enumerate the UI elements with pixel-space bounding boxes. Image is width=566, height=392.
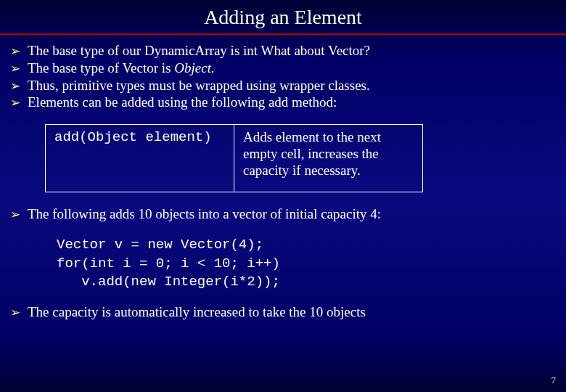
list-item: ➢ The following adds 10 objects into a v…: [10, 205, 556, 223]
list-item: ➢ The base type of Vector is Object.: [10, 60, 556, 77]
bullet-icon: ➢: [10, 44, 20, 59]
list-item: ➢ The capacity is automatically increase…: [10, 303, 556, 321]
code-block: Vector v = new Vector(4); for(int i = 0;…: [57, 236, 556, 292]
title-area: Adding an Element: [0, 0, 566, 32]
bullet-text: Elements can be added using the followin…: [28, 94, 337, 111]
bullet-list-bot: ➢ The capacity is automatically increase…: [10, 303, 556, 321]
bullet-text-part: The base type of Vector is: [28, 60, 174, 75]
bullet-list-top: ➢ The base type of our DynamicArray is i…: [10, 42, 556, 111]
list-item: ➢ The base type of our DynamicArray is i…: [10, 42, 556, 60]
method-signature-cell: add(Object element): [46, 125, 234, 192]
list-item: ➢ Thus, primitive types must be wrapped …: [10, 77, 556, 94]
page-title: Adding an Element: [0, 6, 566, 29]
bullet-list-mid: ➢ The following adds 10 objects into a v…: [10, 205, 556, 223]
bullet-icon: ➢: [10, 61, 20, 76]
bullet-text: The base type of Vector is Object.: [28, 60, 215, 77]
title-underline: [0, 33, 566, 35]
bullet-icon: ➢: [10, 78, 20, 94]
bullet-icon: ➢: [10, 207, 20, 222]
bullet-text: The following adds 10 objects into a vec…: [28, 205, 381, 223]
method-table-wrap: add(Object element) Adds element to the …: [45, 124, 556, 192]
bullet-text: The base type of our DynamicArray is int…: [28, 42, 370, 60]
bullet-icon: ➢: [10, 305, 20, 320]
bullet-text: The capacity is automatically increased …: [28, 303, 366, 321]
italic-object: Object.: [174, 60, 214, 75]
page-number: 7: [551, 375, 557, 386]
list-item: ➢ Elements can be added using the follow…: [10, 94, 556, 111]
bullet-text: Thus, primitive types must be wrapped us…: [28, 77, 370, 94]
table-row: add(Object element) Adds element to the …: [46, 125, 423, 192]
method-table: add(Object element) Adds element to the …: [45, 124, 423, 192]
method-description-cell: Adds element to the next empty cell, inc…: [234, 125, 423, 192]
content-area: ➢ The base type of our DynamicArray is i…: [0, 42, 566, 321]
bullet-icon: ➢: [10, 95, 20, 110]
